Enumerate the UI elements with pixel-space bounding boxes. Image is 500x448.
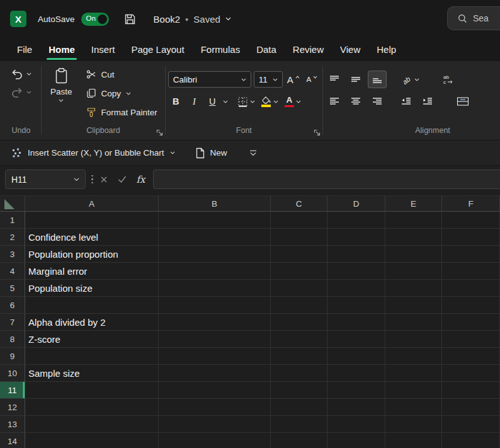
cell-D4[interactable] (327, 263, 385, 280)
fill-color-button[interactable] (259, 93, 280, 110)
cell-D5[interactable] (327, 280, 385, 297)
cell-C2[interactable] (271, 229, 327, 246)
cell-A12[interactable] (25, 399, 159, 416)
tab-file[interactable]: File (9, 38, 40, 61)
cell-B13[interactable] (159, 416, 271, 433)
shrink-font-button[interactable]: A (304, 71, 320, 88)
row-header-3[interactable]: 3 (0, 246, 25, 263)
cell-A13[interactable] (25, 416, 159, 433)
row-header-12[interactable]: 12 (0, 399, 25, 416)
cell-B2[interactable] (159, 229, 271, 246)
insert-function-button[interactable]: fx (137, 174, 145, 185)
cell-D6[interactable] (327, 297, 385, 314)
cell-E7[interactable] (385, 314, 442, 331)
cell-D7[interactable] (327, 314, 385, 331)
wrap-text-button[interactable]: abc (440, 71, 458, 88)
cell-E14[interactable] (385, 433, 442, 448)
row-header-10[interactable]: 10 (0, 365, 25, 382)
cell-B10[interactable] (159, 365, 271, 382)
cell-B12[interactable] (159, 399, 271, 416)
cell-D14[interactable] (327, 433, 385, 448)
cell-D9[interactable] (327, 348, 385, 365)
cell-E1[interactable] (385, 212, 442, 229)
cell-E12[interactable] (385, 399, 442, 416)
save-icon[interactable] (124, 13, 136, 25)
cell-A9[interactable] (25, 348, 159, 365)
column-header-f[interactable]: F (442, 196, 500, 211)
cell-B8[interactable] (159, 331, 271, 348)
cell-B3[interactable] (159, 246, 271, 263)
tab-home[interactable]: Home (40, 38, 83, 61)
cell-F7[interactable] (442, 314, 500, 331)
cell-D1[interactable] (327, 212, 385, 229)
cell-D8[interactable] (327, 331, 385, 348)
cell-F4[interactable] (442, 263, 500, 280)
cell-C5[interactable] (271, 280, 327, 297)
cell-C9[interactable] (271, 348, 327, 365)
cell-A10[interactable]: Sample size (25, 365, 159, 382)
cell-A8[interactable]: Z-score (25, 331, 159, 348)
cell-E10[interactable] (385, 365, 442, 382)
cell-B1[interactable] (159, 212, 271, 229)
row-header-5[interactable]: 5 (0, 280, 25, 297)
font-color-button[interactable]: A (283, 93, 303, 110)
autosave-toggle[interactable]: On (81, 13, 109, 26)
cut-button[interactable]: Cut (81, 65, 162, 84)
cell-F8[interactable] (442, 331, 500, 348)
align-top-button[interactable] (326, 71, 343, 88)
merge-center-button[interactable] (454, 93, 472, 110)
cell-F10[interactable] (442, 365, 500, 382)
excel-logo-icon[interactable]: X (10, 11, 26, 27)
cell-E2[interactable] (385, 229, 442, 246)
column-header-c[interactable]: C (271, 196, 327, 211)
qat-overflow-button[interactable] (246, 147, 260, 159)
cell-B14[interactable] (159, 433, 271, 448)
cell-C7[interactable] (271, 314, 327, 331)
cell-F11[interactable] (442, 382, 500, 399)
cell-A1[interactable] (25, 212, 159, 229)
cell-E9[interactable] (385, 348, 442, 365)
new-document-button[interactable]: New (191, 145, 231, 161)
align-center-button[interactable] (347, 93, 365, 110)
tab-page-layout[interactable]: Page Layout (123, 38, 192, 61)
name-box[interactable]: H11 (5, 169, 86, 189)
cell-F14[interactable] (442, 433, 500, 448)
row-header-4[interactable]: 4 (0, 263, 25, 280)
increase-indent-button[interactable] (419, 93, 436, 110)
align-right-button[interactable] (368, 93, 386, 110)
cell-F2[interactable] (442, 229, 500, 246)
formula-input[interactable] (153, 169, 500, 189)
tab-view[interactable]: View (332, 38, 368, 61)
workbook-title[interactable]: Book2 • Saved (154, 14, 231, 25)
cell-C10[interactable] (271, 365, 327, 382)
row-header-11[interactable]: 11 (0, 382, 25, 399)
tab-data[interactable]: Data (248, 38, 285, 61)
cell-F9[interactable] (442, 348, 500, 365)
cell-F12[interactable] (442, 399, 500, 416)
undo-button[interactable] (8, 66, 35, 82)
cell-C13[interactable] (271, 416, 327, 433)
row-header-14[interactable]: 14 (0, 433, 25, 448)
row-header-8[interactable]: 8 (0, 331, 25, 348)
cell-D11[interactable] (327, 382, 385, 399)
cell-C12[interactable] (271, 399, 327, 416)
cell-F3[interactable] (442, 246, 500, 263)
paste-button[interactable]: Paste (44, 65, 79, 102)
cell-D13[interactable] (327, 416, 385, 433)
cell-E8[interactable] (385, 331, 442, 348)
column-header-b[interactable]: B (159, 196, 271, 211)
bold-button[interactable]: B (168, 93, 184, 110)
cell-A14[interactable] (25, 433, 159, 448)
underline-button[interactable]: U (205, 93, 220, 110)
cell-D10[interactable] (327, 365, 385, 382)
cell-E5[interactable] (385, 280, 442, 297)
align-bottom-button[interactable] (368, 71, 386, 88)
cell-E4[interactable] (385, 263, 442, 280)
tab-help[interactable]: Help (368, 38, 404, 61)
redo-button[interactable] (8, 84, 35, 100)
align-middle-button[interactable] (347, 71, 365, 88)
cell-B9[interactable] (159, 348, 271, 365)
cell-A2[interactable]: Confidence level (25, 229, 159, 246)
cell-A3[interactable]: Population proportion (25, 246, 159, 263)
enter-button[interactable] (118, 176, 127, 183)
